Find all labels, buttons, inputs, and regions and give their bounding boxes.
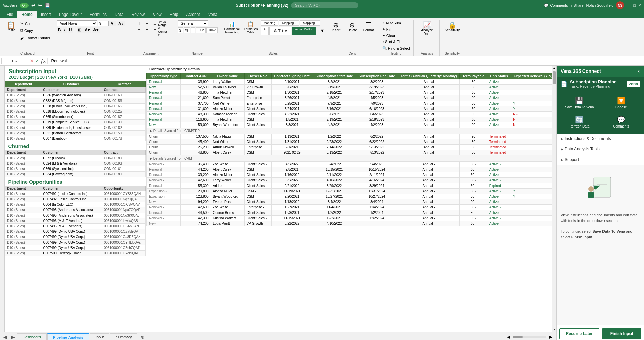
scroll-left-status[interactable]: ◀ [507, 335, 510, 339]
tab-insert[interactable]: Insert [37, 11, 55, 18]
number-format-select[interactable]: General [178, 20, 208, 26]
tab-review[interactable]: Review [127, 11, 149, 18]
scroll-thumb[interactable] [553, 71, 556, 84]
pipeline-details-synced[interactable]: ▶ Details Synced from CRM [147, 155, 552, 162]
sensitivity-button[interactable]: 🔒 Sensitivity [442, 20, 462, 33]
tab-input[interactable]: Input [90, 333, 109, 340]
tab-formulas[interactable]: Formulas [86, 11, 111, 18]
tab-summary[interactable]: Summary [110, 333, 137, 340]
comments-btn[interactable]: 💬 Comments [544, 3, 568, 8]
tab-data[interactable]: Data [111, 11, 127, 18]
align-top-button[interactable]: ⊤ [136, 20, 143, 26]
cell-reference-box[interactable] [1, 58, 28, 64]
churn-details-synced[interactable]: ▶ Details Synced from CRM/ERP [147, 128, 552, 134]
tab-dashboard[interactable]: Dashboard [17, 333, 47, 340]
choose-button[interactable]: 🔽 Choose [601, 94, 642, 112]
format-as-table-button[interactable]: 📋 Format as Table [242, 20, 260, 35]
font-color-button[interactable]: A▾ [92, 27, 100, 33]
bold-button[interactable]: B [57, 27, 62, 33]
autosave-toggle[interactable]: On [20, 3, 28, 8]
finish-input-button[interactable]: Finish Input [602, 328, 642, 339]
borders-button[interactable]: ⊞ [77, 27, 83, 33]
tab-home[interactable]: Home [17, 11, 36, 18]
format-button[interactable]: ☰ Format [361, 20, 376, 33]
tab-help[interactable]: Help [166, 11, 182, 18]
decrease-decimal-button[interactable]: .0↗ [196, 27, 206, 33]
save-data-vena-button[interactable]: 💾 Save Data To Vena [559, 94, 600, 112]
format-painter-button[interactable]: 🖌 Format Painter [19, 35, 52, 41]
style-more-button[interactable]: ▾ [321, 27, 324, 34]
align-right-button[interactable]: ≡ [151, 27, 159, 33]
copy-button[interactable]: ⧉ Copy [19, 27, 52, 34]
scroll-up-arrow[interactable]: ▲ [552, 66, 556, 70]
tab-view[interactable]: View [149, 11, 166, 18]
nav-right-icon[interactable]: ▶ [9, 334, 17, 340]
horizontal-scrollbar[interactable] [513, 336, 546, 338]
confirm-formula-icon[interactable]: ✓ [35, 58, 39, 64]
data-analysis-section-header[interactable]: ▶ Data Analysis Tools [557, 144, 644, 154]
instructions-section-header[interactable]: ▶ Instructions & Documents [557, 134, 644, 144]
mapping-button[interactable]: Mapping [261, 20, 278, 26]
refresh-data-button[interactable]: 🔄 Refresh Data [559, 113, 600, 131]
delete-button[interactable]: ⊖ Delete [345, 20, 360, 33]
mapping2-button[interactable]: Mapping 2 [279, 20, 299, 26]
vena-close-icon[interactable]: × [637, 68, 640, 74]
align-left-button[interactable]: ≡ [136, 27, 143, 33]
scroll-down-arrow[interactable]: ▼ [552, 327, 556, 332]
comments-button[interactable]: 💬 Comments [601, 113, 642, 131]
scroll-right-status[interactable]: ▶ [549, 335, 552, 339]
undo-icon[interactable]: ↩ [31, 3, 35, 8]
a-input[interactable]: A [261, 27, 269, 35]
analyze-data-button[interactable]: 📈 Analyze Data [417, 20, 437, 37]
support-section-header[interactable]: ▶ Support [557, 154, 644, 165]
action-button[interactable]: Action Button [292, 27, 316, 35]
insert-function-icon[interactable]: ƒx [41, 58, 46, 64]
merge-center-button[interactable]: Merge & Center ▾ [159, 27, 166, 33]
autosum-button[interactable]: Σ AutoSum [381, 20, 402, 26]
sort-filter-button[interactable]: ↕ Sort & Filter [381, 39, 406, 45]
right-table-scroll[interactable]: Opportunity Type Contract ARR Owner Name… [146, 73, 552, 332]
search-input[interactable] [291, 2, 358, 8]
currency-button[interactable]: $ [178, 27, 183, 33]
percent-button[interactable]: % [184, 27, 190, 33]
cut-button[interactable]: ✂ Cut [19, 20, 52, 27]
a-title-button[interactable]: A Title [269, 27, 291, 35]
comma-button[interactable]: , [191, 27, 195, 33]
vertical-scrollbar[interactable]: ▲ ▼ [552, 66, 556, 332]
italic-button[interactable]: I [63, 27, 66, 33]
tab-pipeline-analysis[interactable]: Pipeline Analysis [47, 333, 89, 340]
conditional-formatting-button[interactable]: 📊 Conditional Formatting [223, 20, 241, 35]
font-grow-button[interactable]: A↑ [109, 21, 116, 26]
font-shrink-button[interactable]: A↓ [117, 21, 124, 26]
tab-vena[interactable]: Vena [204, 11, 221, 18]
share-btn[interactable]: ↑ Share [571, 3, 584, 7]
nav-left-icon[interactable]: ◀ [1, 334, 9, 340]
tab-page-layout[interactable]: Page Layout [55, 11, 86, 18]
resume-later-button[interactable]: Resume Later [559, 328, 599, 339]
font-size-input[interactable] [98, 21, 109, 26]
vena-minimize-icon[interactable]: — [630, 68, 635, 74]
minimize-btn[interactable]: — [627, 3, 630, 7]
font-family-select[interactable]: Arial Nova [57, 20, 97, 26]
increase-decimal-button[interactable]: .00↙ [206, 27, 218, 33]
fill-color-button[interactable]: A▾ [83, 27, 91, 33]
paste-button[interactable]: 📋 Paste [3, 20, 18, 33]
align-bottom-button[interactable]: ⊥ [151, 20, 159, 26]
underline-button[interactable]: U [68, 27, 73, 33]
tab-file[interactable]: File [3, 11, 17, 18]
find-select-button[interactable]: 🔍 Find & Select [381, 45, 411, 51]
formula-input[interactable] [50, 58, 643, 64]
redo-icon[interactable]: ↪ [38, 3, 42, 8]
mapping3-button[interactable]: Mapping 3 [300, 20, 320, 26]
clear-button[interactable]: ✦ Clear [381, 33, 397, 38]
insert-button[interactable]: ⊕ Insert [329, 20, 344, 33]
cancel-formula-icon[interactable]: ✕ [30, 58, 34, 64]
save-icon[interactable]: 💾 [45, 3, 50, 8]
fill-button[interactable]: ⬇ Fill [381, 26, 393, 32]
add-sheet-button[interactable]: ⊕ [138, 333, 147, 340]
align-center-button[interactable]: ≡ [143, 27, 151, 33]
close-btn[interactable]: ✕ [638, 3, 641, 8]
align-middle-button[interactable]: ≡ [143, 20, 151, 26]
maximize-btn[interactable]: □ [633, 3, 636, 7]
tab-acrobat[interactable]: Acrobat [182, 11, 204, 18]
